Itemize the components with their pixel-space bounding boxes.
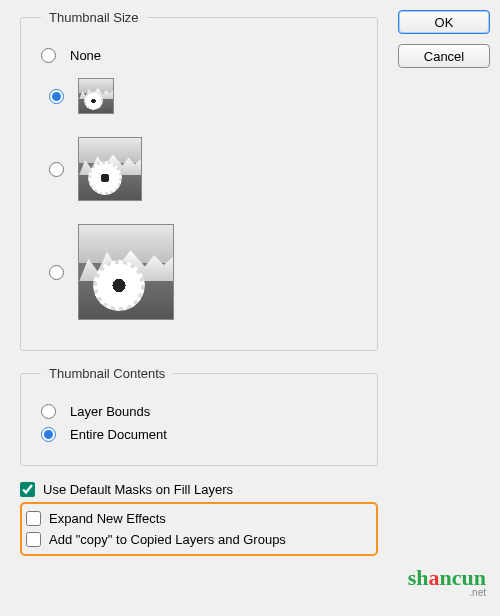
contents-layer-bounds-label: Layer Bounds (70, 404, 150, 419)
thumb-size-none-label: None (70, 48, 101, 63)
thumb-size-none-radio[interactable] (41, 48, 56, 63)
thumbnail-size-legend: Thumbnail Size (41, 10, 147, 25)
thumb-size-large-row[interactable] (49, 217, 362, 327)
use-default-masks-checkbox[interactable] (20, 482, 35, 497)
thumb-size-small-row[interactable] (49, 71, 362, 121)
thumb-size-large-radio[interactable] (49, 265, 64, 280)
expand-new-effects-row[interactable]: Expand New Effects (26, 510, 372, 527)
thumbnail-contents-group: Thumbnail Contents Layer Bounds Entire D… (20, 366, 378, 466)
thumb-size-medium-row[interactable] (49, 129, 362, 209)
thumbnail-contents-legend: Thumbnail Contents (41, 366, 173, 381)
contents-layer-bounds-row[interactable]: Layer Bounds (41, 404, 362, 419)
thumb-size-small-radio[interactable] (49, 89, 64, 104)
expand-new-effects-checkbox[interactable] (26, 511, 41, 526)
contents-layer-bounds-radio[interactable] (41, 404, 56, 419)
thumb-preview-medium (78, 137, 142, 201)
contents-entire-document-radio[interactable] (41, 427, 56, 442)
contents-entire-document-label: Entire Document (70, 427, 167, 442)
thumb-preview-large (78, 224, 174, 320)
thumb-size-medium-radio[interactable] (49, 162, 64, 177)
add-copy-label: Add "copy" to Copied Layers and Groups (49, 532, 286, 547)
use-default-masks-row[interactable]: Use Default Masks on Fill Layers (20, 481, 378, 498)
contents-entire-document-row[interactable]: Entire Document (41, 427, 362, 442)
cancel-button[interactable]: Cancel (398, 44, 490, 68)
expand-new-effects-label: Expand New Effects (49, 511, 166, 526)
add-copy-row[interactable]: Add "copy" to Copied Layers and Groups (26, 531, 372, 548)
thumb-size-none-row[interactable]: None (41, 48, 362, 63)
watermark: shancun .net (408, 565, 486, 598)
dialog-buttons: OK Cancel (398, 10, 490, 556)
thumb-preview-small (78, 78, 114, 114)
highlighted-options: Expand New Effects Add "copy" to Copied … (20, 502, 378, 556)
use-default-masks-label: Use Default Masks on Fill Layers (43, 482, 233, 497)
ok-button[interactable]: OK (398, 10, 490, 34)
layers-panel-options-dialog: Thumbnail Size None (0, 0, 500, 616)
add-copy-checkbox[interactable] (26, 532, 41, 547)
thumbnail-size-group: Thumbnail Size None (20, 10, 378, 351)
